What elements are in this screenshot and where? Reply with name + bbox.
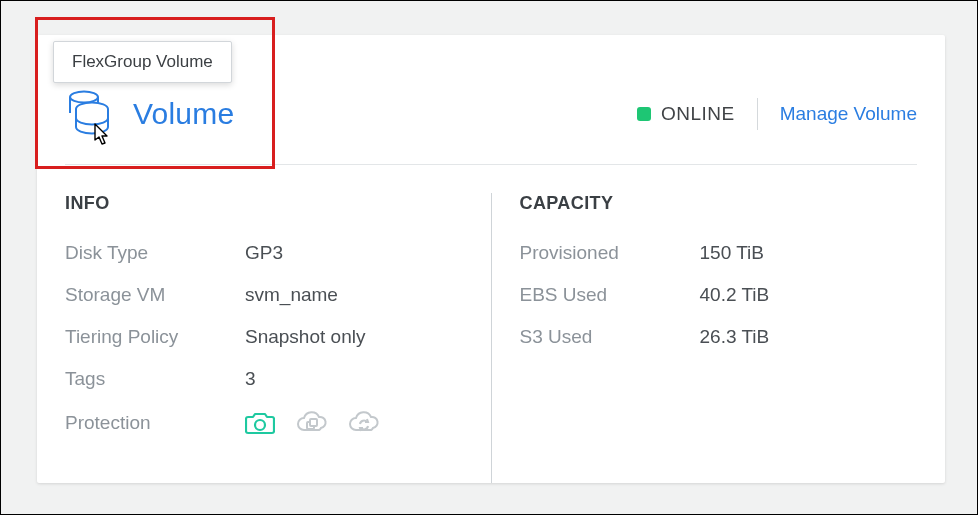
svg-rect-4	[310, 419, 317, 426]
capacity-row-provisioned: Provisioned 150 TiB	[520, 242, 918, 264]
stage: FlexGroup Volume	[0, 0, 978, 515]
info-row-disk-type: Disk Type GP3	[65, 242, 463, 264]
label: Storage VM	[65, 284, 245, 306]
snapshot-icon[interactable]	[245, 410, 275, 436]
value: 3	[245, 368, 256, 390]
protection-icons	[245, 410, 379, 436]
manage-volume-link[interactable]: Manage Volume	[780, 103, 917, 125]
status-text: ONLINE	[661, 103, 735, 125]
info-title: INFO	[65, 193, 463, 214]
svg-point-2	[255, 420, 265, 430]
value: Snapshot only	[245, 326, 365, 348]
status-dot-icon	[637, 107, 651, 121]
capacity-row-ebs-used: EBS Used 40.2 TiB	[520, 284, 918, 306]
info-row-protection: Protection	[65, 410, 463, 436]
value: 40.2 TiB	[700, 284, 770, 306]
page-title: Volume	[133, 97, 234, 131]
column-divider	[491, 193, 492, 483]
label: Tags	[65, 368, 245, 390]
info-column: INFO Disk Type GP3 Storage VM svm_name T…	[65, 193, 463, 483]
value: GP3	[245, 242, 283, 264]
title-right: ONLINE Manage Volume	[637, 98, 917, 130]
info-row-tags: Tags 3	[65, 368, 463, 390]
volume-card: FlexGroup Volume	[37, 35, 945, 483]
label: Provisioned	[520, 242, 700, 264]
capacity-row-s3-used: S3 Used 26.3 TiB	[520, 326, 918, 348]
label: Tiering Policy	[65, 326, 245, 348]
status-badge: ONLINE	[637, 103, 735, 125]
replicate-cloud-icon[interactable]	[347, 410, 379, 436]
label: Protection	[65, 412, 245, 434]
capacity-title: CAPACITY	[520, 193, 918, 214]
title-left: Volume	[65, 89, 234, 139]
flexgroup-tooltip: FlexGroup Volume	[53, 41, 232, 83]
capacity-column: CAPACITY Provisioned 150 TiB EBS Used 40…	[520, 193, 918, 483]
info-row-tiering-policy: Tiering Policy Snapshot only	[65, 326, 463, 348]
card-body: INFO Disk Type GP3 Storage VM svm_name T…	[37, 165, 945, 483]
value: 26.3 TiB	[700, 326, 770, 348]
label: EBS Used	[520, 284, 700, 306]
label: S3 Used	[520, 326, 700, 348]
separator	[757, 98, 758, 130]
value: svm_name	[245, 284, 338, 306]
info-row-storage-vm: Storage VM svm_name	[65, 284, 463, 306]
label: Disk Type	[65, 242, 245, 264]
value: 150 TiB	[700, 242, 764, 264]
svg-point-0	[70, 92, 98, 103]
header-row: Volume ONLINE Manage Volume	[65, 89, 917, 139]
tooltip-text: FlexGroup Volume	[72, 52, 213, 71]
backup-cloud-icon[interactable]	[295, 410, 327, 436]
volume-icon[interactable]	[65, 89, 115, 139]
